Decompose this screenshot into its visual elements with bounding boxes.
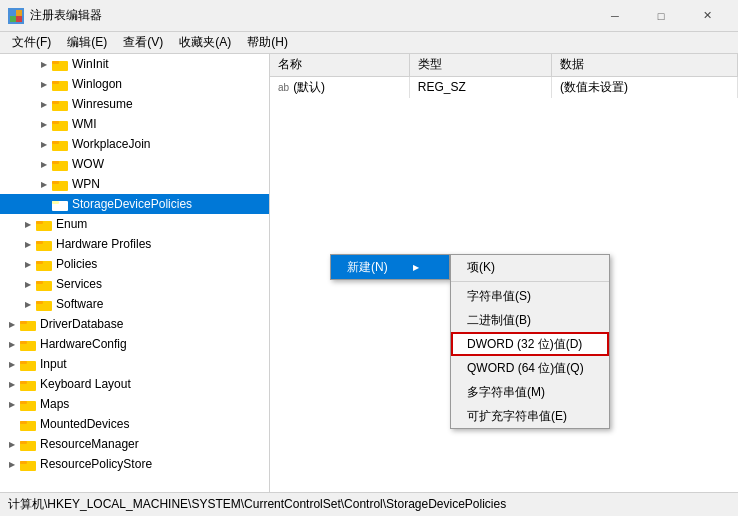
folder-icon <box>52 98 68 111</box>
tree-item-keyboardlayout[interactable]: Keyboard Layout <box>0 374 269 394</box>
expand-arrow <box>20 296 36 312</box>
window-title: 注册表编辑器 <box>30 7 592 24</box>
col-type: 类型 <box>409 54 551 76</box>
app-icon <box>8 8 24 24</box>
context-menu-new[interactable]: 新建(N) ▶ <box>331 255 449 279</box>
tree-label: MountedDevices <box>40 417 129 431</box>
expand-arrow <box>36 96 52 112</box>
tree-label: Hardware Profiles <box>56 237 151 251</box>
svg-rect-19 <box>52 201 59 204</box>
submenu-item-multistring[interactable]: 多字符串值(M) <box>451 380 609 404</box>
submenu-item-dword[interactable]: DWORD (32 位)值(D) <box>451 332 609 356</box>
folder-icon <box>20 318 36 331</box>
expand-arrow <box>36 156 52 172</box>
svg-rect-15 <box>52 161 59 164</box>
tree-item-maps[interactable]: Maps <box>0 394 269 414</box>
svg-rect-0 <box>10 10 16 16</box>
tree-item-mounteddevices[interactable]: MountedDevices <box>0 414 269 434</box>
folder-icon <box>52 198 68 211</box>
expand-arrow <box>36 136 52 152</box>
tree-item-winresume[interactable]: Winresume <box>0 94 269 114</box>
tree-item-wmi[interactable]: WMI <box>0 114 269 134</box>
tree-label: WinInit <box>72 57 109 71</box>
tree-item-software[interactable]: Software <box>0 294 269 314</box>
tree-item-storagedevicepolicies[interactable]: StorageDevicePolicies <box>0 194 269 214</box>
tree-label: WOW <box>72 157 104 171</box>
status-bar: 计算机\HKEY_LOCAL_MACHINE\SYSTEM\CurrentCon… <box>0 492 738 516</box>
tree-item-input[interactable]: Input <box>0 354 269 374</box>
title-bar: 注册表编辑器 ─ □ ✕ <box>0 0 738 32</box>
tree-label: Enum <box>56 217 87 231</box>
tree-label: Winlogon <box>72 77 122 91</box>
col-name: 名称 <box>270 54 409 76</box>
svg-rect-23 <box>36 241 43 244</box>
tree-scroll[interactable]: WinInit Winlogon Winresume <box>0 54 269 492</box>
tree-item-driverdatabase[interactable]: DriverDatabase <box>0 314 269 334</box>
folder-icon <box>52 158 68 171</box>
svg-rect-1 <box>16 10 22 16</box>
svg-rect-45 <box>20 461 27 464</box>
expand-arrow <box>4 376 20 392</box>
tree-item-services[interactable]: Services <box>0 274 269 294</box>
folder-icon <box>52 138 68 151</box>
submenu-item-expandstring[interactable]: 可扩充字符串值(E) <box>451 404 609 428</box>
expand-arrow <box>36 56 52 72</box>
expand-arrow <box>4 336 20 352</box>
expand-arrow <box>36 76 52 92</box>
folder-icon <box>20 398 36 411</box>
minimize-button[interactable]: ─ <box>592 0 638 32</box>
col-data: 数据 <box>551 54 737 76</box>
menu-separator <box>451 281 609 282</box>
expand-arrow <box>20 276 36 292</box>
svg-rect-39 <box>20 401 27 404</box>
expand-arrow <box>36 116 52 132</box>
menu-view[interactable]: 查看(V) <box>115 32 171 53</box>
tree-item-hardwareconfig[interactable]: HardwareConfig <box>0 334 269 354</box>
svg-rect-21 <box>36 221 43 224</box>
tree-label: StorageDevicePolicies <box>72 197 192 211</box>
expand-arrow <box>4 436 20 452</box>
svg-rect-11 <box>52 121 59 124</box>
folder-icon <box>36 238 52 251</box>
folder-icon <box>36 218 52 231</box>
tree-item-winlogon[interactable]: Winlogon <box>0 74 269 94</box>
tree-item-resourcemanager[interactable]: ResourceManager <box>0 434 269 454</box>
tree-label: DriverDatabase <box>40 317 123 331</box>
folder-icon <box>36 258 52 271</box>
submenu-item-string[interactable]: 字符串值(S) <box>451 284 609 308</box>
submenu-item-qword[interactable]: QWORD (64 位)值(Q) <box>451 356 609 380</box>
close-button[interactable]: ✕ <box>684 0 730 32</box>
tree-item-wpn[interactable]: WPN <box>0 174 269 194</box>
svg-rect-31 <box>20 321 27 324</box>
menu-file[interactable]: 文件(F) <box>4 32 59 53</box>
context-menu-main: 新建(N) ▶ <box>330 254 450 280</box>
tree-label: HardwareConfig <box>40 337 127 351</box>
tree-item-workplacejoin[interactable]: WorkplaceJoin <box>0 134 269 154</box>
submenu-item-binary[interactable]: 二进制值(B) <box>451 308 609 332</box>
table-row[interactable]: ab (默认) REG_SZ (数值未设置) <box>270 76 738 98</box>
svg-rect-35 <box>20 361 27 364</box>
tree-label: Keyboard Layout <box>40 377 131 391</box>
tree-item-enum[interactable]: Enum <box>0 214 269 234</box>
svg-rect-41 <box>20 421 27 424</box>
folder-icon <box>20 358 36 371</box>
expand-arrow <box>4 316 20 332</box>
svg-rect-43 <box>20 441 27 444</box>
maximize-button[interactable]: □ <box>638 0 684 32</box>
menu-edit[interactable]: 编辑(E) <box>59 32 115 53</box>
window-controls: ─ □ ✕ <box>592 0 730 32</box>
submenu-item-key[interactable]: 项(K) <box>451 255 609 279</box>
tree-label: Services <box>56 277 102 291</box>
tree-item-hardwareprofiles[interactable]: Hardware Profiles <box>0 234 269 254</box>
right-panel: 名称 类型 数据 ab (默认) REG_SZ (数值未设置) <box>270 54 738 492</box>
tree-item-wininit[interactable]: WinInit <box>0 54 269 74</box>
menu-favorites[interactable]: 收藏夹(A) <box>171 32 239 53</box>
tree-item-policies[interactable]: Policies <box>0 254 269 274</box>
tree-item-resourcepolicystore[interactable]: ResourcePolicyStore <box>0 454 269 474</box>
menu-help[interactable]: 帮助(H) <box>239 32 296 53</box>
context-menu-container: 新建(N) ▶ 项(K) 字符串值(S) 二进制值(B) DWORD (32 位… <box>330 254 610 429</box>
svg-rect-5 <box>52 61 59 64</box>
tree-item-wow[interactable]: WOW <box>0 154 269 174</box>
folder-icon <box>20 338 36 351</box>
expand-arrow <box>4 356 20 372</box>
